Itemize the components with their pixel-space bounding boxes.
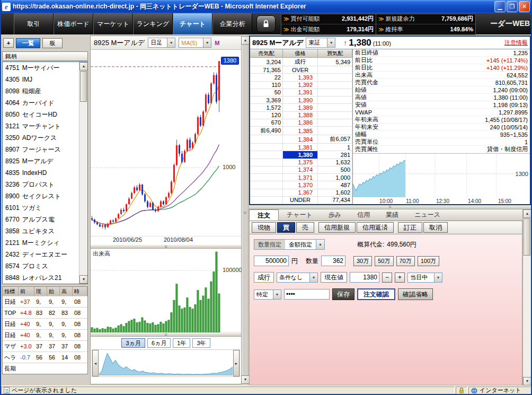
scrollbar-thumb[interactable] xyxy=(524,218,530,256)
market-order-button[interactable]: 成行 xyxy=(254,272,274,283)
minimize-button[interactable]: ▁ xyxy=(494,1,506,12)
stock-list-item[interactable]: 6770アルプス電 xyxy=(3,214,79,225)
quantity-mode-option[interactable]: 数量指定 xyxy=(254,240,285,249)
scroll-down-icon[interactable]: ▼ xyxy=(241,375,250,384)
range-button-6ヵ月[interactable]: 6ヵ月 xyxy=(147,338,171,348)
amount-button-70万[interactable]: 70万 xyxy=(396,256,415,266)
book-row[interactable]: 1,5721,389 xyxy=(250,104,352,111)
stock-list-item[interactable]: 8050セイコーHD xyxy=(3,109,79,120)
stock-list-item[interactable]: 3236プロパスト xyxy=(3,179,79,190)
book-row[interactable]: 1,374500 xyxy=(250,166,352,174)
stock-list-item[interactable]: 2121Mーミクシィ xyxy=(3,237,79,249)
scroll-up-icon[interactable]: ▲ xyxy=(79,62,88,71)
board-view-button[interactable]: 板 xyxy=(42,38,63,48)
nav-tab-マーケット[interactable]: マーケット xyxy=(93,13,133,34)
stock-list-item[interactable]: 8848レオパレス21 xyxy=(3,272,79,284)
range-button-3ヵ月[interactable]: 3ヵ月 xyxy=(121,338,145,348)
tab-歩み[interactable]: 歩み xyxy=(321,209,349,221)
order-confirm-button[interactable]: 注文確認 xyxy=(357,288,395,300)
limit-price-input[interactable] xyxy=(350,272,379,283)
scroll-down-icon[interactable]: ▼ xyxy=(523,377,531,385)
index-row[interactable]: ヘラ-0.756561408 xyxy=(3,352,87,363)
stock-list-item[interactable]: 8574プロミス xyxy=(3,260,79,272)
book-row[interactable]: 501,391 xyxy=(250,89,352,96)
nav-tab-チャート[interactable]: チャート xyxy=(173,13,212,34)
expiry-select[interactable]: 当日中 ▼ xyxy=(407,273,442,283)
trade-tab-信用新規[interactable]: 信用新規 xyxy=(318,222,356,233)
book-row[interactable]: 前6,4901,385 xyxy=(250,127,352,135)
order-panel-scrollbar[interactable]: ▲ ▼ xyxy=(522,209,531,385)
nav-tab-ランキング[interactable]: ランキング xyxy=(133,13,173,34)
candlestick-chart-area[interactable]: 1380 1000 xyxy=(91,50,241,236)
tab-ニュース[interactable]: ニュース xyxy=(406,209,448,221)
stock-list-item[interactable]: 4751Mーサイバー xyxy=(3,62,79,74)
index-row[interactable]: 長期 xyxy=(3,363,87,374)
book-row[interactable]: 1,3751,632 xyxy=(250,159,352,166)
stock-list-item[interactable]: 8098稲畑産 xyxy=(3,85,79,97)
caution-info-link[interactable]: 注意情報 xyxy=(504,39,528,47)
range-button-3年[interactable]: 3年 xyxy=(192,338,210,348)
index-row[interactable]: TOP+4.883828308 xyxy=(3,307,87,318)
stock-list-scrollbar[interactable]: ▲ ▼ xyxy=(79,62,87,284)
close-button[interactable]: ✕ xyxy=(519,1,530,12)
account-type-select[interactable]: 特定 ▼ xyxy=(254,289,281,300)
trade-password-input[interactable] xyxy=(284,289,330,300)
scroll-up-icon[interactable]: ▲ xyxy=(523,209,531,218)
panel-splitter-vertical[interactable]: ▲ ≡ ▼ xyxy=(242,36,249,384)
scroll-right-icon[interactable]: ► xyxy=(233,350,240,376)
stock-list-item[interactable]: 3121マーチャント xyxy=(3,120,79,132)
index-row[interactable]: 日経+379,9,9,08 xyxy=(3,296,87,307)
book-row[interactable]: 1,3811 xyxy=(250,144,352,151)
volume-splitter-handle[interactable]: ≡ xyxy=(91,332,241,337)
volume-chart-area[interactable]: 出来高 1000000 xyxy=(91,249,241,332)
book-row[interactable]: 1,3671,602 xyxy=(250,189,352,197)
chart-period-select[interactable]: 日足 ▼ xyxy=(148,38,175,48)
amount-button-50万[interactable]: 50万 xyxy=(375,256,393,266)
nav-tab-企業分析[interactable]: 企業分析 xyxy=(212,13,252,34)
stock-list-item[interactable]: 8925Mーアルデ xyxy=(3,155,79,167)
stock-list-item[interactable]: 4835IndexHD xyxy=(3,167,79,179)
chart-ma-select[interactable]: MA(5) ▼ xyxy=(179,38,211,48)
trade-tab-訂正[interactable]: 訂正 xyxy=(398,222,422,233)
nav-tab-株価ボード[interactable]: 株価ボード xyxy=(54,13,93,34)
list-view-button[interactable]: 一覧 xyxy=(16,38,40,48)
stock-list-item[interactable]: 4064カーバイド xyxy=(3,97,79,109)
book-row[interactable]: 1,3711,000 xyxy=(250,174,352,181)
intraday-chart-area[interactable]: 1300 10:0011:0012:3014:0015:00 xyxy=(353,153,530,204)
index-row[interactable]: 日経+409,9,9,08 xyxy=(3,318,87,329)
book-row[interactable]: 3,204成行5,349 xyxy=(250,58,352,66)
trade-tab-取消[interactable]: 取消 xyxy=(423,222,448,233)
amount-button-100万[interactable]: 100万 xyxy=(418,256,439,266)
book-row[interactable]: UNDER77,434 xyxy=(250,197,352,204)
book-row[interactable]: 1,384前6,057 xyxy=(250,135,352,144)
save-button[interactable]: 保存 xyxy=(332,288,354,300)
scroll-up-icon[interactable]: ▲ xyxy=(241,36,250,45)
amount-button-30万[interactable]: 30万 xyxy=(353,256,372,266)
tab-チャート[interactable]: チャート xyxy=(279,209,321,221)
maximize-button[interactable]: ❐ xyxy=(507,1,518,12)
nav-tab-取引[interactable]: 取引 xyxy=(14,13,54,34)
stock-list-item[interactable]: 6101ツガミ xyxy=(3,202,79,214)
tab-信用[interactable]: 信用 xyxy=(349,209,378,221)
book-row[interactable]: 1201,388 xyxy=(250,112,352,119)
tab-注文[interactable]: 注文 xyxy=(249,209,279,221)
book-row[interactable]: 71,365OVER xyxy=(250,66,352,74)
amount-input[interactable] xyxy=(254,256,289,266)
trade-tab-信用返済[interactable]: 信用返済 xyxy=(357,222,394,233)
chart-splitter-handle[interactable]: ≡ xyxy=(91,244,241,249)
trade-tab-買[interactable]: 買 xyxy=(277,222,295,233)
index-row[interactable]: マザ+3.037373708 xyxy=(3,340,87,352)
skip-confirmation-button[interactable]: 確認省略 xyxy=(398,288,433,300)
exchange-select[interactable]: 東証 ▼ xyxy=(306,38,335,48)
scrollbar-thumb[interactable] xyxy=(80,71,87,102)
trade-tab-現物[interactable]: 現物 xyxy=(252,222,276,233)
price-decrement-button[interactable]: − xyxy=(382,273,392,283)
quantity-amount-mode-select[interactable]: 数量指定 金額指定 ▼ xyxy=(254,239,325,250)
stock-list-item[interactable]: 8900セイクレスト xyxy=(3,190,79,202)
quote-order-splitter[interactable]: ≡ xyxy=(249,205,531,209)
condition-select[interactable]: 条件なし ▼ xyxy=(277,273,318,283)
book-row[interactable]: 1101,392 xyxy=(250,82,352,89)
tab-業績[interactable]: 業績 xyxy=(378,209,406,221)
add-symbol-button[interactable]: + xyxy=(3,38,14,48)
book-row[interactable]: 221,393 xyxy=(250,74,352,81)
